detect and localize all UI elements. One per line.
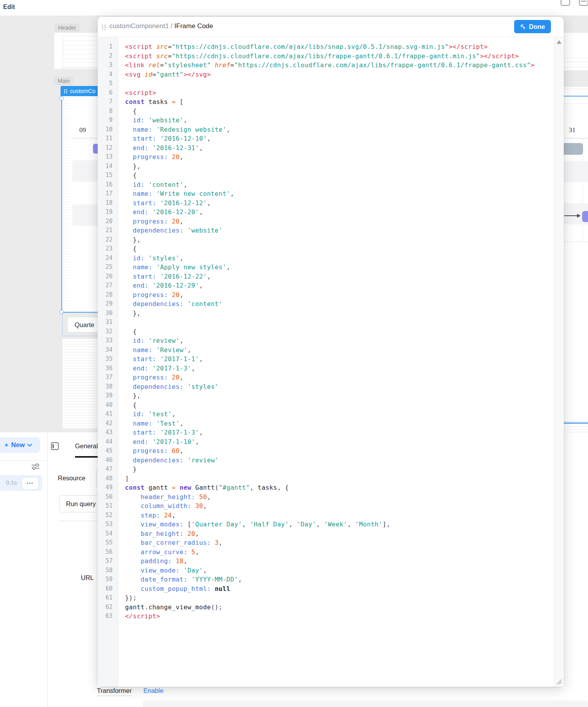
code-line: 13 progress: 20, <box>98 152 554 162</box>
new-query-button-label: New <box>11 441 25 449</box>
code-line: 63</script> <box>98 612 554 621</box>
code-line: 26 start: '2016-12-22', <box>98 272 554 281</box>
panel-layout-icon[interactable] <box>51 442 59 450</box>
tab-general[interactable]: General <box>75 442 98 450</box>
code-line: 2<script src="https://cdnjs.cloudflare.c… <box>98 52 554 61</box>
code-line: 12 end: '2016-12-31', <box>98 143 554 153</box>
modal-header: customComponent1 / IFrame Code Done <box>98 17 564 37</box>
code-line: 9 id: 'website', <box>98 116 554 125</box>
code-line: 20 progress: 20, <box>98 217 554 226</box>
code-line: 44 end: '2017-1-10', <box>98 437 554 447</box>
code-line: 51 column_width: 30, <box>98 501 554 511</box>
window-minimize-icon[interactable] <box>579 0 588 6</box>
enable-transformer-link[interactable]: Enable <box>143 687 163 694</box>
code-line: 52 step: 24, <box>98 511 554 520</box>
gantt-row-stripe <box>72 160 98 182</box>
code-line: 57 padding: 18, <box>98 557 554 566</box>
app-root: Edit Header Main 09 customCo Quarte 31 <box>0 0 588 707</box>
code-line: 19 end: '2016-12-20', <box>98 208 554 217</box>
gantt-bar-gray[interactable] <box>564 143 583 155</box>
code-line: 46 dependencies: 'review' <box>98 456 554 465</box>
gantt-header-divider-left <box>72 138 98 138</box>
code-line: 17 name: 'Write new content', <box>98 189 554 199</box>
code-line: 41 id: 'test', <box>98 410 554 419</box>
code-line: 10 name: 'Redesign website', <box>98 125 554 134</box>
code-line: 1<script src="https://cdnjs.cloudflare.c… <box>98 42 554 52</box>
ellipsis-icon: ••• <box>27 481 34 486</box>
query-more-button[interactable]: ••• <box>21 477 39 490</box>
code-line: 55 bar_corner_radius: 3, <box>98 538 554 548</box>
code-line: 56 arrow_curve: 5, <box>98 548 554 557</box>
code-editor[interactable]: 1<script src="https://cdnjs.cloudflare.c… <box>98 37 554 687</box>
code-editor-modal: customComponent1 / IFrame Code Done 1<sc… <box>98 17 564 687</box>
resource-label: Resource <box>58 474 86 482</box>
quarter-day-button-label: Quarte <box>75 321 94 329</box>
code-line: 16 id: 'content', <box>98 180 554 190</box>
active-tab-indicator <box>75 456 98 458</box>
done-button-label: Done <box>529 23 545 30</box>
gantt-dependency-arrow-icon <box>564 212 581 220</box>
gantt-row-stripe <box>72 204 98 226</box>
code-line: 42 name: 'Test', <box>98 419 554 428</box>
code-line: 50 header_height: 50, <box>98 492 554 502</box>
drag-dots-icon <box>64 89 68 94</box>
modal-title-separator: / <box>169 22 174 30</box>
run-query-button-label: Run query <box>66 500 96 508</box>
main-container-label: Main <box>54 77 73 85</box>
code-line: 47 } <box>98 465 554 474</box>
collapse-arrow-icon <box>520 24 526 30</box>
gantt-left-stripe-gutter <box>63 98 69 311</box>
selection-handle-top[interactable] <box>59 96 64 100</box>
gantt-header-divider-right <box>564 138 588 138</box>
code-line: 49const gantt = new Gantt("#gantt", task… <box>98 483 554 492</box>
code-line: 30 }, <box>98 309 554 318</box>
header-panel-right-sliver <box>564 35 588 70</box>
code-line: 11 start: '2016-12-10', <box>98 134 554 143</box>
panel-divider[interactable] <box>47 432 48 707</box>
bottom-section <box>143 700 588 707</box>
gantt-grid-column-line <box>583 138 583 242</box>
code-line: 31 <box>98 318 554 327</box>
gantt-bar-purple[interactable] <box>582 211 588 222</box>
code-line: 6<script> <box>98 88 554 98</box>
modal-title: customComponent1 / IFrame Code <box>109 22 213 30</box>
code-line: 18 start: '2016-12-12', <box>98 199 554 208</box>
code-line: 61}); <box>98 593 554 603</box>
code-line: 60 custom_popup_html: null <box>98 584 554 594</box>
code-line: 53 view_modes: ['Quarter Day', 'Half Day… <box>98 520 554 529</box>
code-line: 62gantt.change_view_mode(); <box>98 603 554 612</box>
gantt-date-label-left: 09 <box>79 126 86 134</box>
code-line: 27 end: '2016-12-29', <box>98 281 554 290</box>
code-line: 38 dependencies: 'styles' <box>98 382 554 392</box>
done-button[interactable]: Done <box>514 20 551 33</box>
plus-icon: + <box>5 441 9 449</box>
code-line: 43 start: '2017-1-3', <box>98 428 554 437</box>
code-line: 22 }, <box>98 235 554 245</box>
code-line: 40 { <box>98 401 554 410</box>
component-stripes-left <box>63 338 98 428</box>
edit-mode-label: Edit <box>3 4 15 11</box>
window-icon[interactable] <box>561 0 570 6</box>
code-line: 14 }, <box>98 162 554 171</box>
code-lines: 1<script src="https://cdnjs.cloudflare.c… <box>98 42 554 621</box>
code-line: 32 { <box>98 327 554 336</box>
gantt-row-stripe <box>564 161 588 182</box>
code-line: 15 { <box>98 171 554 180</box>
code-line: 4<svg id="gantt"></svg> <box>98 70 554 79</box>
code-line: 24 id: 'styles', <box>98 254 554 263</box>
query-duration-badge: 0.1s <box>6 479 17 486</box>
drag-handle-icon[interactable] <box>102 24 106 30</box>
header-container-label: Header <box>55 23 80 32</box>
code-line: 39 }, <box>98 391 554 401</box>
code-line: 37 progress: 20, <box>98 373 554 382</box>
scrollbar[interactable] <box>554 37 564 687</box>
gantt-date-label-right: 31 <box>569 126 575 134</box>
component-tag-label: customCo <box>70 88 95 94</box>
code-line: 33 id: 'review', <box>98 336 554 345</box>
chevron-down-icon <box>27 444 32 447</box>
filter-sliders-icon[interactable] <box>31 463 40 471</box>
resize-handle-icon[interactable] <box>556 678 562 685</box>
new-query-button[interactable]: + New <box>0 437 40 453</box>
code-line: 5 <box>98 79 554 88</box>
scroll-up-arrow-icon[interactable] <box>557 40 561 44</box>
